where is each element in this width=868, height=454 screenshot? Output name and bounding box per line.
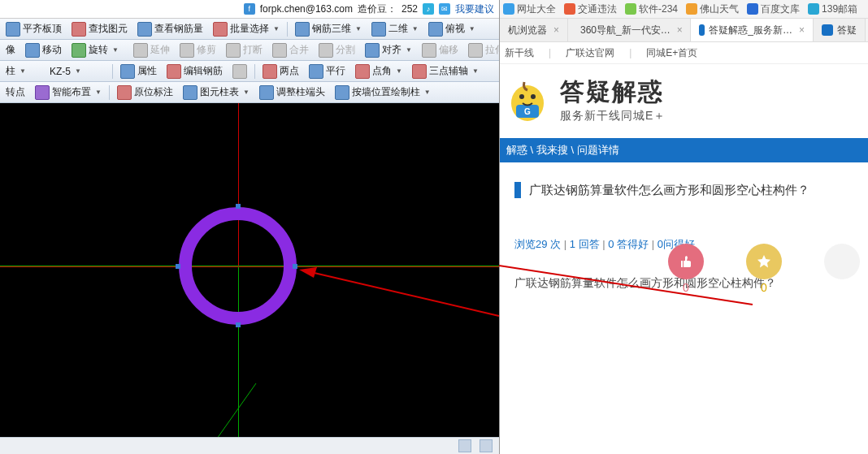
label: 智能布置 bbox=[52, 85, 91, 99]
site-icon bbox=[503, 3, 514, 15]
status-icon-1[interactable] bbox=[458, 439, 471, 452]
edit-rebar-button[interactable]: 编辑钢筋 bbox=[163, 63, 227, 80]
toolbar-row-1: 平齐板顶 查找图元 查看钢筋量 批量选择▼ 钢筋三维▼ 二维▼ 俯视▼ bbox=[0, 19, 499, 40]
separator bbox=[254, 64, 255, 79]
user-email: forpk.chen@163.com bbox=[260, 3, 353, 15]
view-rebar-qty-button[interactable]: 查看钢筋量 bbox=[133, 20, 207, 38]
extend-button[interactable]: 延伸 bbox=[129, 41, 174, 59]
nav-link[interactable]: 新干线 bbox=[505, 46, 534, 60]
adjust-col-end-button[interactable]: 调整柱端头 bbox=[255, 84, 329, 102]
batch-select-button[interactable]: 批量选择▼ bbox=[209, 20, 284, 38]
view-2d-button[interactable]: 二维▼ bbox=[367, 20, 423, 38]
parallel-button[interactable]: 平行 bbox=[305, 63, 349, 80]
nav-link[interactable]: 同城E+首页 bbox=[646, 46, 697, 60]
label: 查看钢筋量 bbox=[154, 22, 203, 36]
label: 分割 bbox=[336, 43, 355, 57]
tab-answer-active[interactable]: 答疑解惑_服务新…× bbox=[691, 19, 814, 41]
tab-browser[interactable]: 机浏览器× bbox=[500, 19, 568, 41]
three-point-axis-button[interactable]: 三点辅轴▼ bbox=[408, 63, 483, 80]
tab-answer-2[interactable]: 答疑 bbox=[814, 19, 866, 41]
site-icon bbox=[625, 3, 636, 15]
close-icon[interactable]: × bbox=[553, 24, 559, 36]
inplace-annot-button[interactable]: 原位标注 bbox=[113, 84, 177, 102]
grip-w[interactable] bbox=[176, 264, 180, 269]
bell-icon[interactable]: ♪ bbox=[423, 3, 434, 15]
answers-count[interactable]: 1 回答 bbox=[570, 238, 600, 250]
bookmark-item[interactable]: 交通违法 bbox=[564, 2, 617, 16]
draw-col-by-wall-button[interactable]: 按墙位置绘制柱▼ bbox=[331, 84, 435, 102]
close-icon[interactable]: × bbox=[677, 24, 683, 36]
label: 查找图元 bbox=[89, 22, 128, 36]
label: 佛山天气 bbox=[700, 2, 739, 16]
break-button[interactable]: 打断 bbox=[222, 41, 267, 59]
nav-link[interactable]: 广联达官网 bbox=[566, 46, 614, 60]
smart-layout-button[interactable]: 智能布置▼ bbox=[31, 84, 106, 102]
point-angle-button[interactable]: 点角▼ bbox=[351, 63, 406, 80]
status-icon-2[interactable] bbox=[480, 439, 493, 452]
favicon bbox=[699, 24, 705, 36]
grip-e[interactable] bbox=[293, 264, 297, 269]
vote-fav-count: 0 bbox=[761, 281, 767, 294]
align-button[interactable]: 对齐▼ bbox=[361, 41, 416, 59]
site-icon bbox=[747, 3, 758, 15]
vote-up[interactable]: 0 bbox=[668, 244, 704, 294]
label: 按墙位置绘制柱 bbox=[352, 85, 420, 99]
value: KZ-5 bbox=[50, 66, 71, 77]
properties-button[interactable]: 属性 bbox=[116, 63, 161, 80]
mirror-button[interactable]: 像 bbox=[2, 41, 20, 58]
bookmark-item[interactable]: 139邮箱 bbox=[808, 2, 857, 16]
hollow-column-circle[interactable] bbox=[179, 207, 297, 325]
rebar-3d-button[interactable]: 钢筋三维▼ bbox=[291, 20, 366, 38]
question-panel: 广联达钢筋算量软件怎么画方形和圆形空心柱构件？ 浏览29 次 | 1 回答 | … bbox=[500, 162, 868, 299]
top-view-button[interactable]: 俯视▼ bbox=[424, 20, 480, 38]
brand-title: 答疑解惑 bbox=[560, 76, 666, 109]
comment-icon[interactable]: ✉ bbox=[439, 3, 450, 15]
svg-point-7 bbox=[531, 94, 536, 99]
bookmark-item[interactable]: 软件-234 bbox=[625, 2, 678, 16]
breadcrumb-bar: 解惑 \ 我来搜 \ 问题详情 bbox=[500, 138, 868, 162]
split-button[interactable]: 分割 bbox=[315, 41, 359, 59]
vote-fav[interactable]: 0 bbox=[746, 244, 782, 294]
trim-button[interactable]: 修剪 bbox=[176, 41, 220, 59]
dots-button[interactable] bbox=[228, 63, 251, 80]
label: 打断 bbox=[243, 43, 263, 57]
label: 原位标注 bbox=[134, 85, 173, 99]
label: 像 bbox=[6, 43, 15, 57]
stretch-button[interactable]: 拉伸 bbox=[464, 41, 499, 59]
bookmark-item[interactable]: 网址大全 bbox=[503, 2, 556, 16]
cad-app: f forpk.chen@163.com 造价豆： 252 ♪ ✉ 我要建议 平… bbox=[0, 0, 500, 454]
merge-button[interactable]: 合并 bbox=[268, 41, 313, 59]
rotate-button[interactable]: 旋转▼ bbox=[67, 41, 123, 59]
find-element-button[interactable]: 查找图元 bbox=[67, 20, 132, 38]
nav-sep: | bbox=[629, 47, 631, 58]
value: 柱 bbox=[6, 64, 15, 78]
label: 百度文库 bbox=[761, 2, 800, 16]
label: 两点 bbox=[280, 64, 299, 78]
turn-point-button[interactable]: 转点 bbox=[2, 84, 29, 101]
tab-360nav[interactable]: 360导航_新一代安…× bbox=[568, 19, 691, 41]
offset-button[interactable]: 偏移 bbox=[418, 41, 462, 59]
component-select[interactable]: KZ-5▼ bbox=[46, 64, 109, 79]
category-select[interactable]: 柱▼ bbox=[2, 63, 44, 80]
align-slab-top-button[interactable]: 平齐板顶 bbox=[2, 20, 66, 38]
two-point-button[interactable]: 两点 bbox=[258, 63, 303, 80]
breadcrumb[interactable]: 解惑 \ 我来搜 \ 问题详情 bbox=[506, 143, 619, 158]
good-answer-count[interactable]: 0 答得好 bbox=[608, 238, 649, 250]
label: 答疑 bbox=[837, 24, 857, 37]
close-icon[interactable]: × bbox=[799, 24, 805, 36]
vote-extra[interactable] bbox=[824, 244, 860, 294]
separator bbox=[109, 85, 110, 100]
grip-s[interactable] bbox=[236, 322, 241, 327]
column-table-button[interactable]: 图元柱表▼ bbox=[179, 84, 254, 102]
views-value: 29 bbox=[536, 238, 547, 250]
svg-line-2 bbox=[307, 271, 499, 316]
bookmark-item[interactable]: 佛山天气 bbox=[686, 2, 739, 16]
move-button[interactable]: 移动 bbox=[21, 41, 66, 59]
nav-sep: | bbox=[549, 47, 551, 58]
bookmark-item[interactable]: 百度文库 bbox=[747, 2, 800, 16]
drawing-canvas[interactable] bbox=[0, 103, 499, 437]
suggest-link[interactable]: 我要建议 bbox=[455, 2, 494, 16]
label: 二维 bbox=[388, 22, 408, 36]
grip-n[interactable] bbox=[236, 204, 241, 209]
browser-tabs: 机浏览器× 360导航_新一代安…× 答疑解惑_服务新…× 答疑 bbox=[500, 19, 868, 42]
